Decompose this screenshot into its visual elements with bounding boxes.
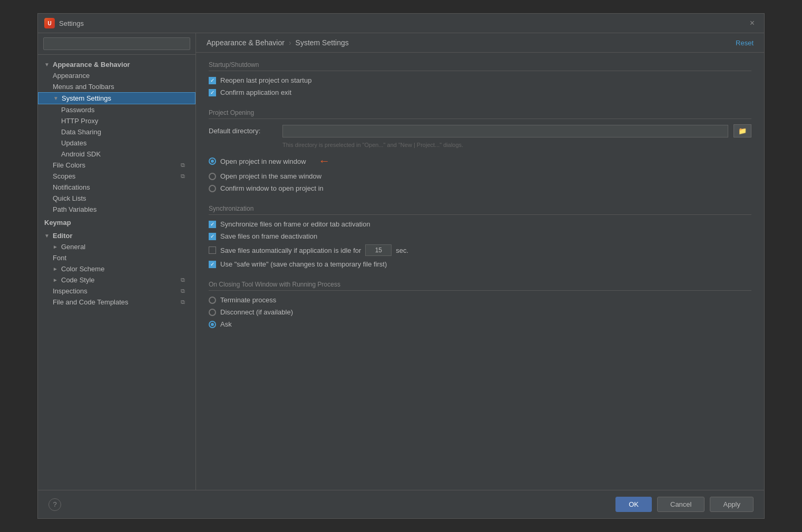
new-window-radio[interactable] bbox=[209, 157, 216, 165]
sidebar-item-notifications[interactable]: Notifications bbox=[38, 182, 195, 193]
closing-tool-section: On Closing Tool Window with Running Proc… bbox=[209, 281, 751, 328]
sidebar-item-updates[interactable]: Updates bbox=[38, 137, 195, 149]
project-opening-label: Project Opening bbox=[209, 109, 751, 119]
sidebar-item-color-scheme[interactable]: ► Color Scheme bbox=[38, 263, 195, 274]
close-button[interactable]: × bbox=[747, 18, 758, 28]
save-deactivation-label: Save files on frame deactivation bbox=[220, 232, 317, 240]
help-button[interactable]: ? bbox=[48, 498, 61, 511]
sidebar-item-label: Android SDK bbox=[61, 150, 101, 158]
sidebar-item-keymap[interactable]: Keymap bbox=[38, 217, 195, 228]
confirm-window-label: Confirm window to open project in bbox=[220, 184, 324, 192]
sidebar-item-label: Quick Lists bbox=[53, 194, 86, 202]
disconnect-label: Disconnect (if available) bbox=[220, 308, 293, 316]
safe-write-checkbox[interactable] bbox=[209, 261, 216, 268]
terminate-label: Terminate process bbox=[220, 296, 276, 304]
new-window-row: Open project in new window ← bbox=[209, 154, 751, 168]
disconnect-radio[interactable] bbox=[209, 309, 216, 316]
copy-icon: ⧉ bbox=[181, 162, 189, 169]
sidebar-item-path-variables[interactable]: Path Variables bbox=[38, 204, 195, 215]
startup-shutdown-section: Startup/Shutdown Reopen last project on … bbox=[209, 61, 751, 96]
sidebar-item-label: Scopes bbox=[53, 172, 75, 180]
reopen-last-label: Reopen last project on startup bbox=[220, 76, 311, 84]
sidebar-item-editor[interactable]: ▼ Editor bbox=[38, 230, 195, 241]
breadcrumb-current: System Settings bbox=[296, 38, 349, 47]
sidebar-item-quick-lists[interactable]: Quick Lists bbox=[38, 193, 195, 204]
action-buttons: OK Cancel Apply bbox=[615, 497, 754, 512]
safe-write-label: Use "safe write" (save changes to a temp… bbox=[220, 260, 387, 268]
sidebar-item-data-sharing[interactable]: Data Sharing bbox=[38, 126, 195, 137]
sidebar-item-android-sdk[interactable]: Android SDK bbox=[38, 149, 195, 160]
directory-hint: This directory is preselected in "Open..… bbox=[282, 142, 751, 148]
ask-radio[interactable] bbox=[209, 321, 216, 328]
new-window-label: Open project in new window bbox=[220, 157, 306, 165]
sidebar-item-label: General bbox=[61, 243, 85, 251]
terminate-row: Terminate process bbox=[209, 296, 751, 304]
arrow-icon: ▼ bbox=[53, 95, 60, 101]
sidebar: ▼ Appearance & Behavior Appearance Menus… bbox=[38, 33, 196, 490]
main-content: ▼ Appearance & Behavior Appearance Menus… bbox=[38, 33, 764, 490]
search-input[interactable] bbox=[43, 37, 190, 50]
browse-button[interactable]: 📁 bbox=[733, 124, 751, 137]
save-deactivation-checkbox[interactable] bbox=[209, 233, 216, 240]
arrow-annotation: ← bbox=[319, 154, 330, 168]
apply-button[interactable]: Apply bbox=[710, 497, 754, 512]
sync-files-row: Synchronize files on frame or editor tab… bbox=[209, 220, 751, 228]
copy-icon: ⧉ bbox=[181, 173, 189, 180]
arrow-icon: ▼ bbox=[44, 62, 51, 67]
disconnect-row: Disconnect (if available) bbox=[209, 308, 751, 316]
reset-button[interactable]: Reset bbox=[736, 39, 754, 47]
copy-icon: ⧉ bbox=[181, 277, 189, 283]
cancel-button[interactable]: Cancel bbox=[657, 497, 705, 512]
sidebar-tree: ▼ Appearance & Behavior Appearance Menus… bbox=[38, 55, 195, 490]
save-idle-label: Save files automatically if application … bbox=[220, 247, 361, 254]
sidebar-item-appearance[interactable]: Appearance bbox=[38, 70, 195, 81]
sidebar-item-label: Data Sharing bbox=[61, 128, 101, 136]
breadcrumb-separator: › bbox=[289, 38, 291, 47]
sidebar-item-passwords[interactable]: Passwords bbox=[38, 104, 195, 115]
confirm-exit-checkbox[interactable] bbox=[209, 89, 216, 96]
sidebar-item-http-proxy[interactable]: HTTP Proxy bbox=[38, 115, 195, 126]
safe-write-row: Use "safe write" (save changes to a temp… bbox=[209, 260, 751, 268]
breadcrumb-parent: Appearance & Behavior bbox=[207, 38, 285, 47]
arrow-icon: ► bbox=[53, 266, 59, 272]
save-idle-checkbox[interactable] bbox=[209, 247, 216, 254]
arrow-icon: ► bbox=[53, 244, 59, 250]
confirm-exit-row: Confirm application exit bbox=[209, 88, 751, 96]
dialog-title: Settings bbox=[59, 19, 84, 27]
startup-shutdown-label: Startup/Shutdown bbox=[209, 61, 751, 71]
search-box bbox=[38, 33, 195, 55]
sync-files-checkbox[interactable] bbox=[209, 221, 216, 228]
sidebar-item-label: Path Variables bbox=[53, 205, 97, 213]
terminate-radio[interactable] bbox=[209, 297, 216, 304]
sidebar-item-file-colors[interactable]: File Colors ⧉ bbox=[38, 160, 195, 171]
same-window-radio[interactable] bbox=[209, 173, 216, 180]
sidebar-item-label: System Settings bbox=[62, 94, 111, 102]
sidebar-item-general[interactable]: ► General bbox=[38, 241, 195, 252]
sidebar-item-file-code-templates[interactable]: File and Code Templates ⧉ bbox=[38, 297, 195, 308]
sidebar-item-system-settings[interactable]: ▼ System Settings bbox=[38, 92, 195, 104]
sidebar-item-scopes[interactable]: Scopes ⧉ bbox=[38, 171, 195, 182]
synchronization-label: Synchronization bbox=[209, 205, 751, 215]
sidebar-item-inspections[interactable]: Inspections ⧉ bbox=[38, 285, 195, 297]
confirm-window-row: Confirm window to open project in bbox=[209, 184, 751, 192]
directory-input[interactable] bbox=[282, 125, 728, 137]
ok-button[interactable]: OK bbox=[615, 497, 652, 512]
sidebar-item-appearance-behavior[interactable]: ▼ Appearance & Behavior bbox=[38, 59, 195, 70]
sync-files-label: Synchronize files on frame or editor tab… bbox=[220, 220, 370, 228]
save-deactivation-row: Save files on frame deactivation bbox=[209, 232, 751, 240]
copy-icon: ⧉ bbox=[181, 299, 189, 306]
ask-label: Ask bbox=[220, 320, 232, 328]
directory-label: Default directory: bbox=[209, 127, 277, 135]
sidebar-item-label: Keymap bbox=[44, 219, 71, 226]
sidebar-item-label: Code Style bbox=[61, 276, 95, 284]
sidebar-item-label: Inspections bbox=[53, 287, 87, 295]
sidebar-item-font[interactable]: Font bbox=[38, 252, 195, 263]
copy-icon: ⧉ bbox=[181, 288, 189, 294]
sidebar-item-code-style[interactable]: ► Code Style ⧉ bbox=[38, 274, 195, 285]
arrow-icon: ► bbox=[53, 277, 59, 283]
ask-row: Ask bbox=[209, 320, 751, 328]
idle-timer-input[interactable] bbox=[365, 244, 392, 256]
confirm-window-radio[interactable] bbox=[209, 185, 216, 192]
reopen-last-checkbox[interactable] bbox=[209, 77, 216, 84]
sidebar-item-menus-toolbars[interactable]: Menus and Toolbars bbox=[38, 81, 195, 92]
